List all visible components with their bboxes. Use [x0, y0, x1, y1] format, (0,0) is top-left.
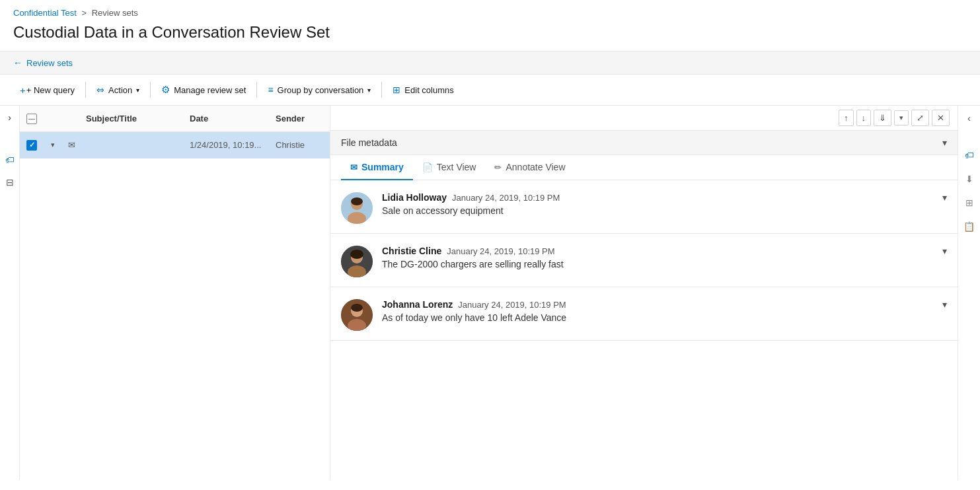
plus-icon: + — [20, 85, 26, 96]
table-header: — Subject/Title Date Sender — [20, 106, 330, 132]
expand-panel-icon[interactable]: › — [8, 112, 11, 123]
back-arrow-icon: ← — [13, 57, 22, 68]
page-title: Custodial Data in a Conversation Review … — [0, 20, 980, 51]
manage-review-set-label: Manage review set — [174, 85, 246, 95]
toolbar-separator-3 — [256, 82, 257, 98]
edit-columns-label: Edit columns — [404, 85, 453, 95]
summary-tab-icon: ✉ — [350, 162, 358, 172]
row-sender: Christie — [270, 140, 330, 150]
action-button[interactable]: ⇔ Action ▾ — [90, 81, 146, 99]
breadcrumb-link[interactable]: Confidential Test — [13, 8, 77, 18]
right-icons-bar: ‹ 🏷 ⬇ ⊞ 📋 — [958, 106, 980, 480]
msg-date: January 24, 2019, 10:19 PM — [447, 246, 554, 256]
tab-annotate-view[interactable]: ✏ Annotate View — [485, 155, 574, 180]
row-check[interactable]: ✓ — [20, 140, 44, 151]
new-query-label: + New query — [26, 85, 75, 95]
right-file-icon[interactable]: 📋 — [963, 221, 975, 232]
header-date[interactable]: Date — [184, 114, 270, 123]
new-query-button[interactable]: + + New query — [13, 81, 81, 100]
group-icon: ≡ — [268, 85, 273, 95]
toolbar-separator-4 — [381, 82, 382, 98]
msg-sender: Christie Cline — [382, 246, 441, 256]
chevron-down-icon: ▾ — [51, 141, 55, 149]
back-label: Review sets — [26, 58, 73, 68]
expand-button[interactable]: ⤢ — [911, 110, 929, 126]
breadcrumb-current: Review sets — [92, 8, 138, 18]
msg-text: Sale on accessory equipment — [382, 205, 947, 216]
msg-header: Lidia Holloway January 24, 2019, 10:19 P… — [382, 192, 947, 203]
toolbar: + + New query ⇔ Action ▾ ⚙ Manage review… — [0, 75, 980, 106]
msg-expand-button[interactable]: ▾ — [942, 246, 947, 256]
group-by-conversation-button[interactable]: ≡ Group by conversation ▾ — [261, 81, 377, 99]
msg-expand-button[interactable]: ▾ — [942, 299, 947, 310]
msg-expand-button[interactable]: ▾ — [942, 192, 947, 203]
group-by-conversation-label: Group by conversation — [278, 85, 364, 95]
annotate-tab-label: Annotate View — [506, 162, 565, 172]
tab-summary[interactable]: ✉ Summary — [341, 155, 413, 180]
group-chevron-icon: ▾ — [367, 87, 371, 94]
toolbar-separator-2 — [150, 82, 151, 98]
avatar — [341, 192, 373, 224]
msg-content: Lidia Holloway January 24, 2019, 10:19 P… — [382, 192, 947, 216]
close-detail-button[interactable]: ✕ — [932, 110, 950, 126]
header-sender[interactable]: Sender — [270, 114, 330, 123]
back-link[interactable]: ← Review sets — [13, 57, 73, 68]
columns-icon: ⊞ — [393, 85, 400, 95]
msg-header: Christie Cline January 24, 2019, 10:19 P… — [382, 246, 947, 256]
right-table-icon[interactable]: ⊞ — [965, 197, 973, 208]
action-chevron-icon: ▾ — [136, 87, 139, 94]
table-panel: — Subject/Title Date Sender ✓ ▾ ✉ 1/2 — [20, 106, 330, 480]
file-metadata-bar: File metadata ▾ — [330, 131, 958, 155]
edit-columns-button[interactable]: ⊞ Edit columns — [386, 81, 460, 99]
svg-point-3 — [351, 197, 363, 205]
list-item: Johanna Lorenz January 24, 2019, 10:19 P… — [330, 287, 958, 341]
row-expand[interactable]: ▾ — [44, 141, 62, 149]
annotate-tab-icon: ✏ — [494, 162, 502, 172]
avatar — [341, 299, 373, 331]
file-metadata-chevron[interactable]: ▾ — [942, 137, 947, 148]
nav-chevron-down-button[interactable]: ▾ — [894, 110, 909, 125]
nav-down-button[interactable]: ↓ — [856, 110, 872, 126]
svg-point-11 — [351, 304, 363, 312]
msg-date: January 24, 2019, 10:19 PM — [452, 193, 560, 203]
msg-content: Johanna Lorenz January 24, 2019, 10:19 P… — [382, 299, 947, 323]
right-tag-icon[interactable]: 🏷 — [965, 150, 974, 160]
summary-tab-label: Summary — [361, 162, 404, 172]
header-check: — — [20, 114, 44, 124]
row-type-icon: ✉ — [62, 140, 81, 150]
nav-up-button[interactable]: ↑ — [839, 110, 854, 126]
msg-date: January 24, 2019, 10:19 PM — [458, 300, 566, 310]
file-metadata-label: File metadata — [341, 137, 397, 148]
gear-icon: ⚙ — [161, 84, 170, 96]
breadcrumb-separator: > — [82, 8, 87, 18]
breadcrumb: Confidential Test > Review sets — [0, 0, 980, 20]
filter-icon[interactable]: ⊟ — [6, 177, 14, 188]
text-view-tab-icon: 📄 — [422, 162, 433, 172]
tag-icon[interactable]: 🏷 — [5, 155, 15, 165]
toolbar-separator — [85, 82, 86, 98]
table-row[interactable]: ✓ ▾ ✉ 1/24/2019, 10:19... Christie — [20, 132, 330, 158]
list-item: Christie Cline January 24, 2019, 10:19 P… — [330, 234, 958, 287]
back-bar: ← Review sets — [0, 51, 980, 75]
action-label: Action — [108, 85, 132, 95]
tabs-bar: ✉ Summary 📄 Text View ✏ Annotate View — [330, 155, 958, 180]
nav-down-last-button[interactable]: ⇓ — [874, 110, 891, 126]
main-container: › 🏷 ⊟ — Subject/Title Date Sender ✓ — [0, 106, 980, 480]
msg-sender: Lidia Holloway — [382, 192, 447, 203]
svg-point-7 — [350, 250, 363, 259]
avatar — [341, 246, 373, 277]
messages-area: Lidia Holloway January 24, 2019, 10:19 P… — [330, 180, 958, 480]
right-download-icon[interactable]: ⬇ — [965, 174, 973, 184]
msg-content: Christie Cline January 24, 2019, 10:19 P… — [382, 246, 947, 269]
text-view-tab-label: Text View — [437, 162, 476, 172]
msg-text: As of today we only have 10 left Adele V… — [382, 312, 947, 323]
manage-review-set-button[interactable]: ⚙ Manage review set — [155, 80, 252, 100]
tab-text-view[interactable]: 📄 Text View — [413, 155, 486, 180]
checkbox-checked[interactable]: ✓ — [26, 140, 37, 151]
right-collapse-button[interactable]: ‹ — [967, 112, 971, 123]
header-subject[interactable]: Subject/Title — [81, 114, 184, 123]
email-icon: ✉ — [68, 140, 75, 150]
msg-header: Johanna Lorenz January 24, 2019, 10:19 P… — [382, 299, 947, 310]
action-icon: ⇔ — [96, 85, 104, 95]
msg-text: The DG-2000 chargers are selling really … — [382, 259, 947, 269]
